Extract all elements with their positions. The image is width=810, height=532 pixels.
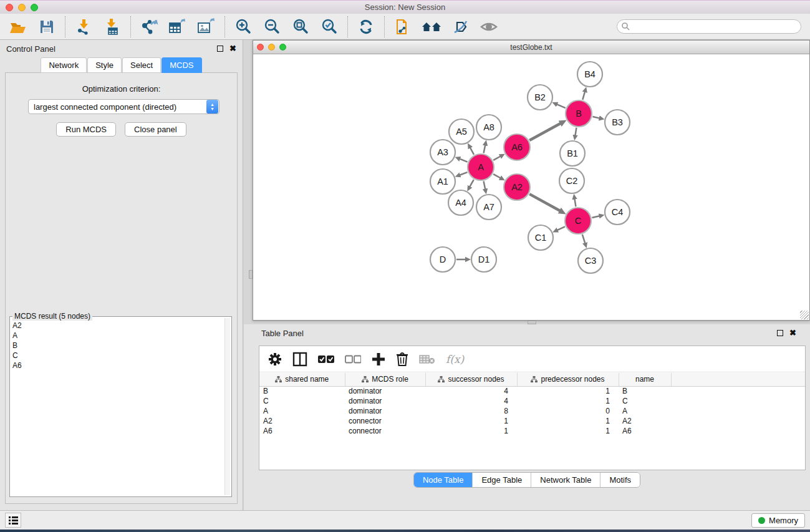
- close-panel-button[interactable]: Close panel: [125, 122, 186, 137]
- memory-button[interactable]: Memory: [751, 513, 805, 528]
- table-float-icon[interactable]: [777, 330, 783, 336]
- select-all-columns-button[interactable]: [318, 350, 334, 369]
- cell-mcds_role[interactable]: connector: [345, 416, 425, 426]
- save-session-button[interactable]: [36, 17, 57, 37]
- cell-predecessors[interactable]: 1: [517, 386, 619, 396]
- refresh-button[interactable]: [355, 17, 377, 37]
- open-session-button[interactable]: [7, 17, 29, 37]
- graph-edge-A-A6[interactable]: [493, 156, 501, 160]
- graph-edge-A2-C[interactable]: [529, 194, 560, 211]
- graph-edge-A-A4[interactable]: [470, 180, 474, 187]
- graph-edge-A6-B[interactable]: [529, 123, 561, 140]
- cell-predecessors[interactable]: 0: [517, 406, 619, 416]
- tab-style[interactable]: Style: [87, 57, 122, 73]
- result-item[interactable]: B: [12, 341, 224, 351]
- graph-edge-A-A1[interactable]: [460, 172, 467, 175]
- export-image-button[interactable]: [196, 17, 217, 37]
- show-hide-panel-button[interactable]: [478, 17, 499, 37]
- cell-predecessors[interactable]: 1: [517, 426, 619, 436]
- cell-successors[interactable]: 4: [425, 386, 517, 396]
- criterion-dropdown[interactable]: largest connected component (directed) ▲…: [28, 99, 219, 114]
- delete-column-button[interactable]: [396, 350, 408, 369]
- tab-edge-table[interactable]: Edge Table: [473, 473, 531, 487]
- graph-edge-C-C2[interactable]: [574, 199, 576, 207]
- graph-edge-A-A2[interactable]: [493, 174, 501, 178]
- float-panel-icon[interactable]: [217, 46, 223, 52]
- zoom-selected-button[interactable]: [319, 17, 340, 37]
- run-mcds-button[interactable]: Run MCDS: [56, 122, 116, 137]
- cell-mcds_role[interactable]: dominator: [345, 396, 425, 406]
- zoom-in-button[interactable]: [233, 17, 254, 37]
- column-header-shared-name[interactable]: shared name: [259, 373, 345, 386]
- table-close-icon[interactable]: ✖: [789, 330, 796, 336]
- tab-mcds[interactable]: MCDS: [162, 57, 201, 73]
- show-column-button[interactable]: [292, 350, 307, 369]
- vertical-scroll-stub[interactable]: [249, 270, 253, 279]
- cell-shared_name[interactable]: A: [259, 406, 345, 416]
- tab-network-table[interactable]: Network Table: [531, 473, 600, 487]
- graph-edge-B-B3[interactable]: [592, 117, 599, 118]
- column-header-successor-nodes[interactable]: successor nodes: [425, 373, 517, 386]
- graph-edge-B-B2[interactable]: [557, 104, 566, 108]
- cell-mcds_role[interactable]: dominator: [345, 406, 425, 416]
- import-table-button[interactable]: [102, 17, 123, 37]
- resize-grip[interactable]: [800, 311, 809, 319]
- home-layout-button[interactable]: [421, 17, 442, 37]
- tab-node-table[interactable]: Node Table: [414, 473, 473, 487]
- create-column-button[interactable]: [372, 350, 385, 369]
- cell-name[interactable]: B: [619, 386, 671, 396]
- cell-successors[interactable]: 1: [425, 416, 517, 426]
- result-item[interactable]: C: [12, 351, 224, 360]
- cell-mcds_role[interactable]: connector: [345, 426, 425, 436]
- cell-shared_name[interactable]: B: [259, 386, 345, 396]
- cell-predecessors[interactable]: 1: [517, 396, 619, 406]
- tab-network[interactable]: Network: [41, 57, 87, 73]
- cell-mcds_role[interactable]: dominator: [345, 386, 425, 396]
- cell-name[interactable]: A: [619, 406, 671, 416]
- network-canvas[interactable]: AA1A2A3A4A5A6A7A8BB1B2B3B4CC1C2C3C4DD1: [253, 54, 809, 320]
- result-item[interactable]: A2: [12, 321, 224, 331]
- unselect-all-columns-button[interactable]: [345, 350, 361, 369]
- import-network-button[interactable]: [73, 17, 94, 37]
- table-row-C[interactable]: Cdominator41C: [259, 396, 805, 406]
- export-table-button[interactable]: [167, 17, 188, 37]
- column-header-name[interactable]: name: [619, 373, 671, 386]
- table-row-A6[interactable]: A6connector11A6: [259, 426, 805, 436]
- close-panel-icon[interactable]: ✖: [229, 46, 236, 52]
- export-network-button[interactable]: [138, 17, 160, 37]
- table-settings-button[interactable]: [268, 350, 282, 369]
- cell-shared_name[interactable]: A2: [259, 416, 345, 426]
- hide-labels-button[interactable]: [450, 17, 471, 37]
- cell-successors[interactable]: 4: [425, 396, 517, 406]
- cell-name[interactable]: A6: [619, 426, 671, 436]
- task-history-button[interactable]: [5, 513, 21, 528]
- graph-edge-C-C3[interactable]: [582, 235, 585, 243]
- result-scrollbar[interactable]: [224, 318, 230, 495]
- table-row-A2[interactable]: A2connector11A2: [259, 416, 805, 426]
- tab-motifs[interactable]: Motifs: [600, 473, 640, 487]
- network-window-titlebar[interactable]: testGlobe.txt: [253, 41, 809, 54]
- column-header-predecessor-nodes[interactable]: predecessor nodes: [517, 373, 619, 386]
- cell-successors[interactable]: 1: [425, 426, 517, 436]
- table-row-B[interactable]: Bdominator41B: [259, 386, 805, 396]
- tab-select[interactable]: Select: [122, 57, 161, 73]
- search-input[interactable]: [617, 19, 801, 34]
- cell-shared_name[interactable]: A6: [259, 426, 345, 436]
- cell-name[interactable]: A2: [619, 416, 671, 426]
- zoom-out-button[interactable]: [261, 17, 282, 37]
- result-item[interactable]: A6: [12, 360, 224, 370]
- graph-edge-A-A3[interactable]: [460, 159, 468, 162]
- graph-edge-A-A7[interactable]: [484, 181, 486, 190]
- result-item[interactable]: A: [12, 331, 224, 341]
- column-header-MCDS-role[interactable]: MCDS role: [345, 373, 425, 386]
- table-row-A[interactable]: Adominator80A: [259, 406, 805, 416]
- graph-edge-C-C1[interactable]: [557, 226, 565, 230]
- graph-edge-C-C4[interactable]: [592, 216, 599, 218]
- clone-network-button[interactable]: [392, 17, 413, 37]
- cell-predecessors[interactable]: 1: [517, 416, 619, 426]
- graph-edge-B-B4[interactable]: [582, 92, 585, 100]
- graph-edge-A-A5[interactable]: [470, 147, 474, 154]
- graph-edge-A-A8[interactable]: [484, 145, 486, 153]
- cell-shared_name[interactable]: C: [259, 396, 345, 406]
- zoom-fit-button[interactable]: [290, 17, 311, 37]
